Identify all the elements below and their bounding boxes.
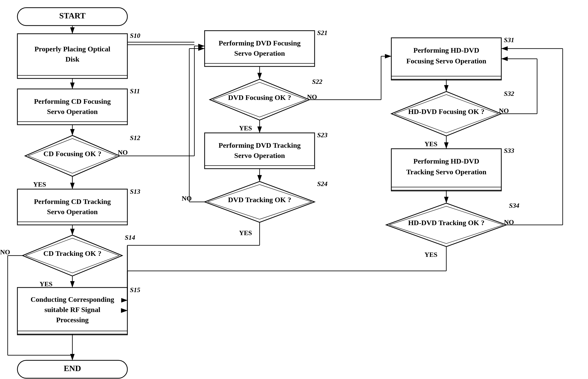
s34-label: HD-DVD Tracking OK ? (408, 219, 484, 227)
s21-label-line2: Servo Operation (234, 49, 285, 57)
s34-step: S34 (509, 202, 519, 209)
s24-no: NO (182, 195, 192, 202)
s13-label-line1: Performing CD Tracking (34, 198, 111, 205)
s15-label-line2: suitable RF Signal (45, 306, 101, 314)
s31-label-line1: Performing HD-DVD (413, 46, 479, 54)
s13-label-line2: Servo Operation (47, 208, 98, 216)
s32-yes: YES (425, 140, 438, 148)
s22-step: S22 (312, 78, 322, 85)
s21-label-line1: Performing DVD Focusing (219, 39, 301, 47)
svg-rect-18 (17, 189, 127, 225)
s11-step: S11 (130, 87, 140, 95)
s23-label-line2: Servo Operation (234, 152, 285, 159)
s33-step: S33 (504, 147, 514, 154)
s10-label-line1: Properly Placing Optical (35, 45, 110, 53)
s23-step: S23 (317, 131, 327, 139)
flowchart-container: START Properly Placing Optical Disk S10 … (0, 0, 588, 379)
s33-label-line2: Tracking Servo Operation (406, 168, 486, 176)
s32-label: HD-DVD Focusing OK ? (408, 108, 484, 116)
s12-yes: YES (33, 181, 46, 188)
s21-step: S21 (317, 29, 327, 37)
s12-label: CD Focusing OK ? (43, 150, 101, 158)
s23-label-line1: Performing DVD Tracking (219, 141, 301, 149)
start-label: START (59, 11, 85, 20)
s34-yes: YES (425, 251, 438, 258)
s24-label: DVD Tracking OK ? (228, 196, 291, 204)
s31-label-line2: Focusing Servo Operation (406, 57, 486, 65)
end-label: END (64, 364, 81, 373)
s14-no: NO (0, 248, 10, 256)
s14-yes: YES (40, 280, 53, 288)
s14-label: CD Tracking OK ? (43, 249, 102, 257)
s10-step: S10 (130, 32, 140, 39)
s15-label-line1: Conducting Corresponding (30, 295, 114, 303)
s12-step: S12 (130, 134, 140, 142)
s14-step: S14 (125, 234, 135, 241)
s11-label-line2: Servo Operation (47, 108, 98, 116)
s12-no: NO (118, 149, 128, 156)
s24-yes: YES (239, 229, 252, 237)
s15-step: S15 (130, 286, 140, 294)
s33-label-line1: Performing HD-DVD (413, 157, 479, 165)
s31-step: S31 (504, 36, 514, 44)
s32-step: S32 (504, 90, 514, 97)
s11-label-line1: Performing CD Focusing (34, 97, 111, 105)
s24-step: S24 (317, 180, 327, 188)
s32-no: NO (499, 107, 509, 114)
svg-rect-36 (205, 31, 315, 66)
svg-rect-8 (17, 89, 127, 125)
s22-label: DVD Focusing OK ? (228, 94, 291, 101)
s10-label-line2: Disk (65, 55, 80, 63)
s15-label-line3: Processing (56, 316, 88, 324)
s13-step: S13 (130, 188, 140, 195)
s22-yes: YES (239, 124, 252, 132)
svg-rect-46 (205, 133, 315, 169)
